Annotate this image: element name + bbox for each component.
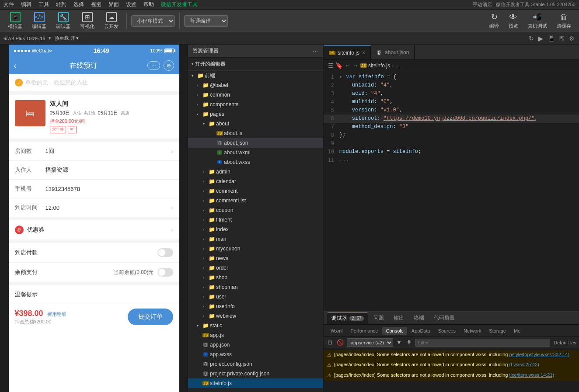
editor-btn[interactable]: </> 编辑器 [28,10,50,31]
menu-tools[interactable]: 工具 [38,1,49,8]
shopman-folder[interactable]: › 📁 shopman [188,282,323,292]
pages-folder[interactable]: ▾ 📁 pages [188,109,323,119]
refresh-btn[interactable]: ↻ 编译 [486,10,502,31]
real-debug-btn[interactable]: 📲 真机调试 [524,10,551,31]
menu-wechat-tools[interactable]: 微信开发者工具 [161,1,198,8]
menu-goto[interactable]: 转到 [56,1,66,8]
visualize-btn[interactable]: ⊞ 可视化 [77,10,98,31]
menu-file[interactable]: 文件 [3,1,14,8]
calendar-folder[interactable]: › 📁 calendar [188,177,323,186]
menu-help[interactable]: 帮助 [143,1,154,8]
devtools-tab-codequality[interactable]: 代码质量 [429,312,459,323]
admin-folder[interactable]: › 📁 admin [188,167,323,177]
project-config-file[interactable]: {} project.config.json [188,359,323,369]
subtab-storage[interactable]: Storage [485,327,509,335]
subtab-console[interactable]: Console [382,327,407,335]
about-json-file[interactable]: {} about.json [188,138,323,148]
user-folder[interactable]: › 📁 user [188,292,323,302]
breadcrumb-bookmark-btn[interactable]: 🔖 [335,62,343,69]
debugger-btn[interactable]: 🔧 调试器 [52,10,74,31]
console-filter-input[interactable] [415,339,550,347]
tab-siteinfo[interactable]: JS siteinfo.js × [324,45,371,59]
more-btn[interactable]: ··· [147,61,160,70]
sec-settings-icon-btn[interactable]: ⚙ [568,34,576,43]
menu-view[interactable]: 视图 [91,1,101,8]
devtools-eye-btn[interactable]: 👁 [405,338,413,347]
devtools-tab-output[interactable]: 输出 [389,312,408,323]
fitment-folder[interactable]: › 📁 fitment [188,215,323,225]
menu-select[interactable]: 选择 [73,1,84,8]
static-folder[interactable]: ▾ 📁 static [188,321,323,330]
preview-btn[interactable]: 👁 预览 [505,11,522,31]
about-js-file[interactable]: JS about.js [188,128,323,138]
price-detail-link[interactable]: 费用明细 [47,312,66,317]
app-wxss-file[interactable]: ≡ app.wxss [188,350,323,359]
breadcrumb-forward-btn[interactable]: → [352,62,359,69]
simulator-btn[interactable]: 📱 模拟器 [4,10,26,31]
userinfo-folder[interactable]: › 📁 userinfo [188,302,323,311]
sec-play-btn[interactable]: ▶ [537,34,544,43]
appservice-selector[interactable]: appservice (#2) [347,338,393,347]
devtools-cursor-btn[interactable]: ⊡ [326,338,334,347]
arrival-time-row[interactable]: 到店时间 12:00 › [9,198,179,217]
sec-phone-btn[interactable]: 📱 [547,34,556,43]
order-folder[interactable]: › 📁 order [188,263,323,273]
project-private-file[interactable]: {} project.private.config.json [188,369,323,378]
subtab-sources[interactable]: Sources [435,327,459,335]
frontend-folder[interactable]: ▾ 📁 前端 [188,71,323,80]
mode-selector[interactable]: 小程序模式 插件模式 [131,15,175,27]
components-folder[interactable]: › 📁 components [188,100,323,109]
comment-folder[interactable]: › 📁 comment [188,186,323,196]
store-payment-toggle[interactable] [157,248,173,257]
commentlist-folder[interactable]: › 📁 commentList [188,196,323,205]
webview-folder[interactable]: › 📁 webview [188,311,323,321]
app-json-file[interactable]: {} app.json [188,340,323,350]
subtab-more[interactable]: Me [510,327,524,335]
about-wxss-file[interactable]: ≡ about.wxss [188,157,323,167]
coupon-folder[interactable]: › 📁 coupon [188,205,323,215]
shop-folder[interactable]: › 📁 shop [188,273,323,282]
menu-settings[interactable]: 设置 [126,1,136,8]
coupon-section[interactable]: 券 优惠券 › [9,220,179,239]
about-folder[interactable]: ▾ 📁 about [188,119,323,128]
sec-expand-btn[interactable]: ⇱ [558,34,565,43]
news-folder[interactable]: › 📁 news [188,253,323,263]
menu-edit[interactable]: 编辑 [21,1,31,8]
submit-order-btn[interactable]: 提交订单 [128,309,173,325]
back-button[interactable]: ‹ [14,61,17,70]
devtools-tab-debugger[interactable]: 调试器 2, 57 [327,312,368,324]
hotreload-btn[interactable]: 热重载 开 ▾ [55,35,79,42]
open-editors-header[interactable]: ▾ 打开的编辑器 [188,59,323,69]
devtools-tab-terminal[interactable]: 终端 [409,312,429,323]
explorer-more-btn[interactable]: ··· [311,47,320,56]
clear-cache-btn[interactable]: 🗑 清缓存 [553,11,575,31]
nav-circle-btn[interactable]: ⊕ [164,60,174,71]
room-count-row[interactable]: 房间数 1间 › [9,142,179,161]
cloud-btn[interactable]: ☁ 云开发 [101,10,122,31]
breadcrumb-menu-btn[interactable]: ☰ [328,62,334,69]
balance-payment-toggle[interactable] [157,268,173,277]
tab-about-json[interactable]: {} about.json [371,45,415,59]
subtab-wxml[interactable]: Wxml [327,327,346,335]
about-wxml-file[interactable]: ≡ about.wxml [188,148,323,157]
sec-refresh-btn[interactable]: ↻ [528,34,535,43]
warning-link-3[interactable]: tice/item.wxss:14:21) [509,372,555,378]
siteinfo-file[interactable]: JS siteinfo.js [188,378,323,388]
breadcrumb-back-btn[interactable]: ← [345,62,351,69]
index-folder[interactable]: › 📁 index [188,225,323,234]
devtools-clear-btn[interactable]: 🚫 [335,338,345,347]
warning-link-2[interactable]: rt.wxss:25:42) [509,362,539,367]
code-editor[interactable]: 1 ▾ var siteinfo = { 2 uniacid: "4", 3 a… [324,71,579,311]
mycoupon-folder[interactable]: › 📁 mycoupon [188,244,323,253]
common-folder[interactable]: › 📁 common [188,90,323,100]
devtools-tab-problems[interactable]: 问题 [369,312,388,323]
menu-interface[interactable]: 界面 [108,1,119,8]
subtab-performance[interactable]: Performance [347,327,382,335]
tab-siteinfo-close[interactable]: × [362,50,365,56]
warning-link-1[interactable]: pstyle/topstyle.wxss:332:14) [509,352,570,357]
subtab-appdata[interactable]: AppData [408,327,434,335]
subtab-network[interactable]: Network [460,327,485,335]
devtools-dropdown-btn[interactable]: ▼ [395,338,403,347]
translate-selector[interactable]: 普通编译 [184,15,228,27]
babel-folder[interactable]: › 📁 @babel [188,80,323,90]
